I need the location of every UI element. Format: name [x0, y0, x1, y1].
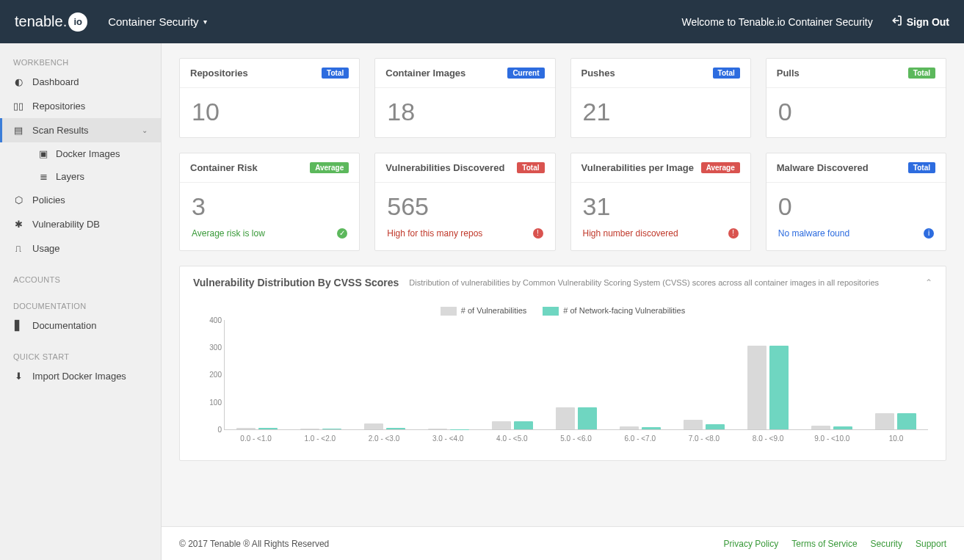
- bar-series-b: [642, 427, 661, 429]
- card-malware: Malware DiscoveredTotal 0 No malware fou…: [766, 153, 946, 250]
- sidebar-sub-label: Docker Images: [56, 148, 120, 159]
- card-title: Container Images: [385, 68, 465, 79]
- chevron-down-icon: ⌄: [142, 126, 148, 134]
- bar-series-b: [514, 421, 533, 429]
- book-icon: ▋: [13, 320, 23, 331]
- badge: Total: [908, 68, 935, 79]
- sidebar: WORKBENCH ◐ Dashboard ▯▯ Repositories ▤ …: [0, 43, 162, 560]
- bar-series-a: [747, 346, 767, 429]
- chart-bucket: [736, 320, 800, 429]
- y-tick-label: 0: [200, 425, 222, 433]
- x-tick-label: 2.0 - <3.0: [352, 430, 416, 443]
- x-tick-label: 1.0 - <2.0: [288, 430, 352, 443]
- y-tick-label: 300: [200, 343, 222, 352]
- chart-bucket: [289, 320, 352, 429]
- product-switcher[interactable]: Container Security ▾: [108, 15, 206, 28]
- brand-logo[interactable]: tenable.io: [15, 12, 87, 32]
- main-content: RepositoriesTotal 10 Container ImagesCur…: [162, 43, 964, 526]
- chart-bucket: [673, 320, 736, 429]
- download-icon: ⬇: [13, 371, 23, 382]
- brand-prefix: tenable: [15, 13, 63, 30]
- legend-swatch-teal: [543, 307, 559, 316]
- y-tick-label: 100: [200, 398, 222, 406]
- sidebar-item-label: Documentation: [32, 320, 96, 331]
- bar-series-a: [236, 428, 256, 429]
- sidebar-item-scan-results[interactable]: ▤ Scan Results ⌄: [0, 118, 161, 142]
- sidebar-section-accounts: ACCOUNTS: [0, 271, 161, 287]
- card-note: High number discovered: [583, 228, 678, 239]
- chart-bucket: [416, 320, 480, 429]
- sidebar-section-documentation: DOCUMENTATION: [0, 297, 161, 313]
- repo-icon: ▯▯: [13, 101, 23, 112]
- brand-suffix: io: [68, 12, 87, 32]
- gauge-icon: ◐: [13, 76, 23, 87]
- chart-bucket: [352, 320, 416, 429]
- badge: Current: [507, 68, 544, 79]
- sidebar-item-label: Policies: [32, 194, 65, 206]
- card-title: Vulnerabilities Discovered: [385, 162, 504, 173]
- bar-series-a: [364, 423, 383, 429]
- bar-series-b: [322, 429, 341, 429]
- bar-series-a: [875, 413, 894, 429]
- clipboard-icon: ▤: [13, 125, 23, 136]
- card-value: 0: [778, 193, 934, 220]
- info-icon: i: [924, 228, 934, 239]
- bar-series-b: [706, 424, 725, 429]
- bar-series-a: [556, 407, 575, 429]
- badge: Total: [322, 68, 349, 79]
- chart-bucket: [225, 320, 289, 429]
- x-tick-label: 10.0: [864, 430, 928, 443]
- footer: © 2017 Tenable ® All Rights Reserved Pri…: [162, 526, 964, 560]
- sidebar-section-quickstart: QUICK START: [0, 348, 161, 364]
- sidebar-item-label: Dashboard: [32, 76, 79, 87]
- card-vulns-discovered: Vulnerabilities DiscoveredTotal 565 High…: [374, 153, 555, 250]
- chart-bucket: [480, 320, 544, 429]
- sidebar-item-import-docker[interactable]: ⬇ Import Docker Images: [0, 364, 161, 388]
- sidebar-sub-label: Layers: [56, 171, 84, 182]
- alert-icon: !: [728, 228, 739, 239]
- bar-series-b: [578, 407, 597, 429]
- card-value: 21: [583, 98, 739, 126]
- sidebar-item-label: Usage: [32, 243, 60, 254]
- x-tick-label: 0.0 - <1.0: [224, 430, 288, 443]
- legend-label-b: # of Network-facing Vulnerabilities: [563, 306, 685, 315]
- sidebar-item-vuln-db[interactable]: ✱ Vulnerability DB: [0, 212, 161, 236]
- sidebar-sub-docker-images[interactable]: ▣ Docker Images: [0, 142, 161, 165]
- sidebar-item-repositories[interactable]: ▯▯ Repositories: [0, 94, 161, 118]
- bar-series-b: [258, 428, 278, 429]
- x-tick-label: 3.0 - <4.0: [416, 430, 480, 443]
- bar-series-b: [897, 413, 916, 429]
- footer-link-security[interactable]: Security: [871, 539, 902, 549]
- sidebar-item-policies[interactable]: ⬡ Policies: [0, 188, 161, 212]
- sidebar-item-label: Repositories: [32, 101, 85, 112]
- x-tick-label: 9.0 - <10.0: [800, 430, 864, 443]
- badge: Total: [517, 162, 544, 173]
- sidebar-item-documentation[interactable]: ▋ Documentation: [0, 313, 161, 338]
- footer-link-support[interactable]: Support: [916, 539, 946, 549]
- legend-label-a: # of Vulnerabilities: [461, 306, 526, 315]
- badge: Average: [310, 162, 349, 173]
- layers-icon: ≣: [38, 171, 48, 182]
- y-tick-label: 200: [200, 371, 222, 379]
- card-note: High for this many repos: [387, 228, 482, 239]
- card-pulls: PullsTotal 0: [766, 58, 946, 138]
- sidebar-item-dashboard[interactable]: ◐ Dashboard: [0, 70, 161, 94]
- sidebar-section-workbench: WORKBENCH: [0, 54, 161, 70]
- sidebar-sub-layers[interactable]: ≣ Layers: [0, 165, 161, 188]
- sidebar-item-usage[interactable]: ⎍ Usage: [0, 236, 161, 261]
- sign-out-button[interactable]: Sign Out: [891, 15, 949, 29]
- badge: Total: [908, 162, 935, 173]
- collapse-button[interactable]: ⌃: [925, 277, 932, 288]
- box-icon: ▣: [38, 148, 48, 159]
- bar-series-b: [386, 428, 405, 429]
- footer-link-privacy[interactable]: Privacy Policy: [724, 539, 779, 549]
- bug-icon: ✱: [13, 219, 23, 230]
- welcome-text: Welcome to Tenable.io Container Security: [681, 16, 872, 28]
- card-vulns-per-image: Vulnerabilities per ImageAverage 31 High…: [570, 153, 751, 250]
- card-value: 3: [192, 193, 347, 220]
- card-title: Container Risk: [190, 162, 258, 173]
- copyright: © 2017 Tenable ® All Rights Reserved: [179, 539, 329, 549]
- bar-chart: 0100200300400: [224, 320, 928, 430]
- bar-series-a: [300, 429, 319, 429]
- footer-link-tos[interactable]: Terms of Service: [791, 539, 857, 549]
